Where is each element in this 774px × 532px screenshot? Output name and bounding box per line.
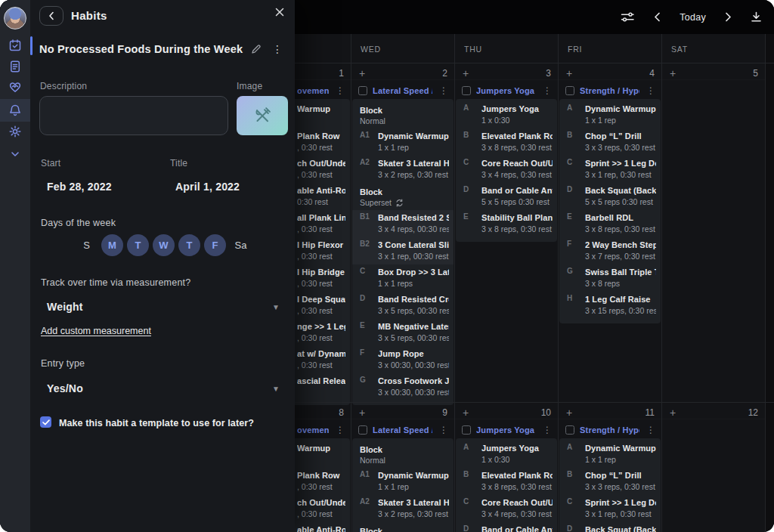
day-toggle-T-2[interactable]: T [127,234,149,256]
exercise-row[interactable]: DBand Resisted Crossover...3 x 5 reps, 0… [352,292,454,319]
exercise-row[interactable]: AJumpers Yoga1 x 0:30 [456,441,557,468]
back-button[interactable] [39,6,63,26]
exercise-row[interactable]: A1Dynamic Warmup1 x 1 rep [352,468,454,495]
filter-sliders-icon[interactable] [621,11,635,23]
calendar-check-icon[interactable] [8,38,23,53]
exercise-row[interactable]: B23 Cone Lateral Slide3 x 1 rep, 00:30 r… [352,237,454,264]
chevron-down-icon[interactable] [8,147,23,162]
exercise-row[interactable]: EMB Negative Lateral Hop...3 x 5 reps, 0… [352,319,454,346]
exercise-row[interactable]: GSwiss Ball Triple Threat3 x 8 reps [559,264,661,292]
exercise-letter: D [567,185,572,193]
measurement-select-value[interactable]: Weight [47,301,83,313]
workout-title-link[interactable]: Lateral Speed / Plyo [373,425,432,435]
workout-checkbox[interactable] [462,86,471,95]
add-workout-plus-button[interactable]: + [463,69,469,78]
exercise-row[interactable]: DBand or Cable Anti Rotati...5 x 5 reps … [456,522,557,532]
day-toggle-S-0[interactable]: S [76,234,98,256]
workout-title-link[interactable]: Strength / Hypertro... [580,86,639,95]
workout-checkbox[interactable] [358,86,367,95]
exercise-row[interactable]: F2 Way Bench Step Up3 x 7 reps, 0:30 res… [559,237,661,264]
day-toggle-F-5[interactable]: F [204,234,226,256]
start-date-value[interactable]: Feb 28, 2022 [47,181,112,193]
exercise-row[interactable]: H1 Leg Calf Raise3 x 15 reps, 0:30 rest [559,292,661,319]
exercise-row[interactable]: BElevated Plank Row3 x 8 reps, 0:30 rest [456,468,557,495]
exercise-row[interactable]: A2Skater 3 Lateral Hops >> ...3 x 2 reps… [352,156,454,183]
exercise-row[interactable]: BChop “L” Drill3 x 3 reps, 0:30 rest [559,468,661,495]
template-checkbox[interactable] [40,416,51,428]
exercise-row[interactable]: CCore Reach Out/Under3 x 4 reps, 0:30 re… [456,156,557,183]
habit-image-thumbnail[interactable] [237,96,288,135]
workout-title-link[interactable]: Strength / Hypertro... [580,425,639,435]
exercise-row[interactable]: ADynamic Warmup1 x 1 rep [559,101,661,128]
prev-week-chevron-icon[interactable] [654,12,661,22]
workout-menu-kebab-icon[interactable]: ⋮ [645,86,657,95]
workout-checkbox[interactable] [462,425,471,435]
entry-type-select-chevron-icon[interactable]: ▼ [272,385,280,393]
exercise-row[interactable]: CSprint >> 1 Leg Declarations3 x 1 rep, … [559,156,661,183]
add-custom-measurement-link[interactable]: Add custom measurement [41,326,151,336]
add-workout-plus-button[interactable]: + [359,408,365,417]
entry-type-select-value[interactable]: Yes/No [47,382,83,394]
workout-title-link[interactable]: Jumpers Yoga / Core [476,425,536,435]
habit-menu-kebab-icon[interactable]: ⋮ [269,43,286,55]
exercise-row[interactable]: DBand or Cable Anti Rotati...5 x 5 reps … [456,183,557,210]
add-workout-plus-button[interactable]: + [566,69,572,78]
workout-menu-kebab-icon[interactable]: ⋮ [645,425,657,435]
exercise-row[interactable]: CBox Drop >> 3 Lateral H...1 x 1 reps [352,264,454,292]
settings-gear-icon[interactable] [8,124,23,139]
exercise-row[interactable]: GCross Footwork Jump Rope3 x 00:30, 00:3… [352,373,454,401]
add-workout-plus-button[interactable]: + [670,408,676,417]
workout-title-link[interactable]: ovement Q... [297,86,329,95]
exercise-name: Band Resisted Crossover... [378,294,449,305]
exercise-row[interactable]: DBack Squat (Back Off Set)5 x 5 reps 0:3… [559,183,661,210]
exercise-row[interactable]: CCore Reach Out/Under3 x 4 reps, 0:30 re… [456,495,557,522]
exercise-row[interactable]: ADynamic Warmup1 x 1 rep [559,441,661,468]
workout-checkbox[interactable] [565,86,574,95]
close-icon[interactable] [275,8,284,17]
workout-menu-kebab-icon[interactable]: ⋮ [438,425,450,435]
heart-pulse-icon[interactable] [8,79,23,94]
block-title: Block [360,526,449,532]
exercise-row[interactable]: BChop “L” Drill3 x 3 reps, 0:30 rest [559,128,661,156]
exercise-row[interactable]: BElevated Plank Row3 x 8 reps, 0:30 rest [456,128,557,156]
next-week-chevron-icon[interactable] [725,12,732,22]
workout-menu-kebab-icon[interactable]: ⋮ [334,86,346,95]
description-label: Description [40,81,87,91]
exercise-row[interactable]: FJump Rope3 x 00:30, 00:30 rest [352,346,454,373]
workout-title-link[interactable]: Jumpers Yoga / Core [476,86,536,95]
day-toggle-T-4[interactable]: T [178,234,200,256]
workout-checkbox[interactable] [358,425,367,435]
exercise-row[interactable]: A1Dynamic Warmup1 x 1 rep [352,128,454,156]
bell-icon[interactable] [8,103,23,118]
measurement-select-chevron-icon[interactable]: ▼ [272,303,280,311]
avatar[interactable] [4,7,26,29]
add-workout-plus-button[interactable]: + [359,69,365,78]
exercise-row[interactable]: EBarbell RDL3 x 8 reps, 0:30 rest [559,210,661,237]
workout-menu-kebab-icon[interactable]: ⋮ [334,425,346,435]
exercise-row[interactable]: EStability Ball Plank Linear ...3 x 8 re… [456,210,557,237]
workout-menu-kebab-icon[interactable]: ⋮ [438,86,450,95]
description-input[interactable] [39,96,228,135]
workout-menu-kebab-icon[interactable]: ⋮ [541,425,553,435]
workout-menu-kebab-icon[interactable]: ⋮ [541,86,553,95]
day-toggle-W-3[interactable]: W [153,234,175,256]
exercise-row[interactable]: DBack Squat (Back Off Set)5 x 5 reps 0:3… [559,522,661,532]
edit-pencil-icon[interactable] [251,44,262,54]
exercise-row[interactable]: A2Skater 3 Lateral Hops >> ...3 x 2 reps… [352,495,454,522]
exercise-row[interactable]: B1Band Resisted 2 Step Late...3 x 4 reps… [352,210,454,237]
add-workout-plus-button[interactable]: + [463,408,469,417]
exercise-row[interactable]: AJumpers Yoga1 x 0:30 [456,101,557,128]
workout-checkbox[interactable] [565,425,574,435]
day-toggle-Sa-6[interactable]: Sa [230,234,252,256]
workout-title-link[interactable]: ovement Q... [297,425,329,435]
exercise-letter: B1 [360,212,370,221]
add-workout-plus-button[interactable]: + [566,408,572,417]
today-button[interactable]: Today [680,12,706,23]
exercise-row[interactable]: CSprint >> 1 Leg Declarations3 x 1 rep, … [559,495,661,522]
workout-title-link[interactable]: Lateral Speed / Plyo [373,86,432,95]
notes-icon[interactable] [8,59,23,74]
day-toggle-M-1[interactable]: M [101,234,123,256]
end-date-value[interactable]: April 1, 2022 [175,181,240,193]
download-icon[interactable] [751,11,762,23]
add-workout-plus-button[interactable]: + [670,69,676,78]
